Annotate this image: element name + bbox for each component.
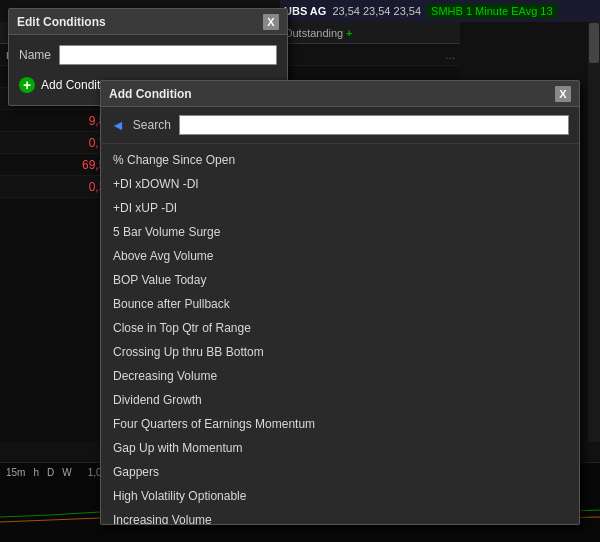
chart-timeframe-w[interactable]: W <box>62 467 71 478</box>
condition-item[interactable]: +DI xDOWN -DI <box>101 172 579 196</box>
condition-item[interactable]: % Change Since Open <box>101 148 579 172</box>
edit-conditions-titlebar: Edit Conditions X <box>9 9 287 35</box>
top-bar: UBS AG 23,54 23,54 23,54 SMHB 1 Minute E… <box>280 0 600 22</box>
add-condition-close-button[interactable]: X <box>555 86 571 102</box>
condition-item[interactable]: Bounce after Pullback <box>101 292 579 316</box>
condition-item[interactable]: BOP Value Today <box>101 268 579 292</box>
condition-item[interactable]: Decreasing Volume <box>101 364 579 388</box>
condition-item[interactable]: High Volatility Optionable <box>101 484 579 508</box>
name-row: Name <box>19 45 277 65</box>
add-condition-dialog: Add Condition X ◄ Search % Change Since … <box>100 80 580 525</box>
condition-item[interactable]: Gap Up with Momentum <box>101 436 579 460</box>
chart-timeframe-d[interactable]: D <box>47 467 54 478</box>
scroll-thumb[interactable] <box>589 23 599 63</box>
condition-item[interactable]: Crossing Up thru BB Bottom <box>101 340 579 364</box>
search-input[interactable] <box>179 115 569 135</box>
condition-item[interactable]: 5 Bar Volume Surge <box>101 220 579 244</box>
th-plus-button[interactable]: + <box>340 27 360 39</box>
edit-conditions-title: Edit Conditions <box>17 15 106 29</box>
condition-item[interactable]: Gappers <box>101 460 579 484</box>
condition-item[interactable]: Close in Top Qtr of Range <box>101 316 579 340</box>
edit-conditions-close-button[interactable]: X <box>263 14 279 30</box>
stock-name: UBS AG <box>284 5 326 17</box>
condition-item[interactable]: Four Quarters of Earnings Momentum <box>101 412 579 436</box>
condition-item[interactable]: Dividend Growth <box>101 388 579 412</box>
condition-item[interactable]: +DI xUP -DI <box>101 196 579 220</box>
add-condition-titlebar: Add Condition X <box>101 81 579 107</box>
stock-badge: SMHB 1 Minute EAvg 13 <box>427 4 556 18</box>
condition-item[interactable]: Increasing Volume <box>101 508 579 524</box>
chart-timeframe-15m[interactable]: 15m <box>6 467 25 478</box>
scrollbar[interactable] <box>588 22 600 442</box>
chart-timeframe-h[interactable]: h <box>33 467 39 478</box>
search-row: ◄ Search <box>101 107 579 144</box>
rates-menu[interactable]: ... <box>440 48 460 62</box>
add-condition-title: Add Condition <box>109 87 192 101</box>
add-condition-icon: + <box>19 77 35 93</box>
condition-item[interactable]: Above Avg Volume <box>101 244 579 268</box>
back-arrow-icon[interactable]: ◄ <box>111 117 125 133</box>
name-label: Name <box>19 48 51 62</box>
stock-prices: 23,54 23,54 23,54 <box>332 5 421 17</box>
search-label: Search <box>133 118 171 132</box>
conditions-list[interactable]: % Change Since Open+DI xDOWN -DI+DI xUP … <box>101 144 579 524</box>
name-input[interactable] <box>59 45 277 65</box>
